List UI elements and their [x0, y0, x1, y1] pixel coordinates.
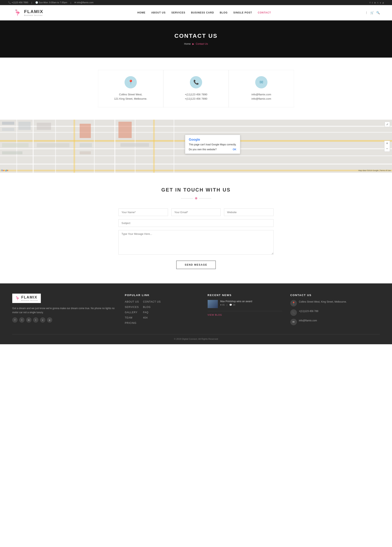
breadcrumb-home[interactable]: Home	[184, 42, 191, 45]
contact-card-email: ✉ info@flamix.com info@flamix.com	[229, 70, 294, 107]
nav-business-card[interactable]: BUSINESS CARD	[191, 11, 214, 14]
news-comments: 💬 34	[229, 304, 235, 306]
footer-link-faq[interactable]: FAQ	[143, 311, 148, 314]
footer-social-links: f t in t v p	[12, 317, 117, 323]
send-button[interactable]: SEND MESAGE	[176, 260, 216, 269]
footer-twitter-icon[interactable]: t	[19, 317, 25, 323]
footer-logo-name: FLAMIX	[21, 295, 38, 300]
tumblr-icon[interactable]: t	[378, 1, 378, 4]
footer-phone-icon: 📞	[290, 309, 297, 316]
name-input[interactable]	[118, 208, 168, 216]
footer-link-services[interactable]: SERVICES	[125, 306, 139, 308]
news-thumb-image	[208, 300, 218, 308]
contact-cards: 📍 Collins Street West, 121 King Street, …	[16, 70, 376, 107]
view-blog-link[interactable]: VIEW BLOG	[208, 314, 222, 316]
top-hours: 🕐 Sun-Mon: 9.00am to 7.00pm	[35, 1, 67, 4]
footer-link-contact[interactable]: CONTACT US	[143, 300, 161, 303]
footer-linkedin-icon[interactable]: in	[26, 317, 31, 323]
menu-dots-icon[interactable]: ⋮	[365, 11, 368, 14]
svg-rect-5	[0, 164, 392, 164]
svg-rect-14	[153, 120, 155, 173]
map-error-dialog: Google This page can't load Google Maps …	[185, 135, 240, 154]
footer-link-404[interactable]: 404	[143, 316, 148, 319]
message-textarea[interactable]	[118, 230, 274, 255]
linkedin-icon[interactable]: in	[374, 1, 376, 4]
divider-line-left	[181, 198, 193, 198]
subject-input[interactable]	[118, 219, 274, 227]
nav-contact[interactable]: CONTACT	[258, 11, 271, 14]
email-link-1[interactable]: info@flamix.com	[252, 93, 271, 96]
footer-popular-links-col: POPULAR LINK ABOUT US SERVICES GALLERY T…	[125, 294, 199, 328]
email-link-2[interactable]: info@flamix.com	[252, 97, 271, 100]
phone-icon: 📞	[190, 76, 202, 89]
news-content: Max Printshop wins an award ♥ 45 | 💬 34	[220, 300, 252, 306]
footer-link-gallery[interactable]: GALLERY	[125, 311, 138, 314]
top-separator2: |	[70, 1, 71, 4]
nav-about[interactable]: ABOUT US	[151, 11, 166, 14]
footer-link-about[interactable]: ABOUT US	[125, 300, 139, 303]
map-zoom-in[interactable]: +	[385, 141, 390, 146]
breadcrumb-separator: ▶	[192, 42, 194, 45]
flamingo-icon: 🦩	[14, 9, 21, 16]
website-input[interactable]	[224, 208, 274, 216]
facebook-icon[interactable]: f	[370, 1, 370, 4]
footer-pinterest-icon[interactable]: p	[47, 317, 52, 323]
svg-rect-24	[80, 143, 92, 147]
footer-email-icon: ✉	[290, 319, 297, 325]
contact-card-address: 📍 Collins Street West, 121 King Street, …	[98, 70, 163, 107]
twitter-icon[interactable]: t	[372, 1, 373, 4]
news-title: Max Printshop wins an award	[220, 300, 252, 303]
nav-home[interactable]: HOME	[138, 11, 145, 14]
nav-services[interactable]: SERVICES	[171, 11, 185, 14]
map-zoom-out[interactable]: −	[385, 146, 390, 151]
svg-rect-21	[118, 122, 132, 138]
pinterest-icon[interactable]: p	[383, 1, 384, 4]
cart-icon[interactable]: 🛒	[370, 11, 374, 14]
svg-rect-1	[0, 132, 392, 133]
divider-line-right	[199, 198, 211, 198]
hero-section: CONTACT US Home ▶ Contact Us	[0, 21, 392, 58]
top-bar-social: f t in t v p	[370, 1, 384, 4]
footer-copyright: © 2019 Digital Connect. All Rights Reser…	[12, 334, 380, 340]
footer-logo: 🦩 FLAMIX Business Services	[12, 294, 41, 303]
nav-blog[interactable]: BLOG	[220, 11, 228, 14]
footer-facebook-icon[interactable]: f	[12, 317, 18, 323]
footer-email-text: info@flamix.com	[299, 319, 317, 323]
svg-rect-15	[173, 120, 174, 173]
footer-address-text: Collins Street West, King Street, Melbou…	[299, 300, 347, 304]
footer-phone-text: +(11)123 456 789	[299, 309, 318, 313]
map-expand-button[interactable]: ⤢	[385, 122, 390, 127]
search-icon[interactable]: 🔍	[376, 11, 380, 14]
map-dialog-message: This page can't load Google Maps correct…	[189, 143, 236, 146]
contact-email: info@flamix.com info@flamix.com	[233, 93, 290, 101]
map-ok-button[interactable]: OK	[233, 148, 236, 151]
footer-about-text: Got a dream and we just know we're gonna…	[12, 306, 117, 315]
footer-location-icon: 📍	[290, 300, 297, 307]
main-nav: HOME ABOUT US SERVICES BUSINESS CARD BLO…	[138, 11, 271, 14]
breadcrumb: Home ▶ Contact Us	[4, 42, 388, 45]
contact-form: SEND MESAGE	[118, 208, 274, 269]
footer-link-team[interactable]: TEAM	[125, 316, 132, 319]
footer-vimeo-icon[interactable]: v	[40, 317, 45, 323]
top-email: ✉ info@flamix.com	[74, 1, 94, 4]
nav-single-post[interactable]: SINGLE POST	[233, 11, 252, 14]
footer-tumblr-icon[interactable]: t	[33, 317, 38, 323]
svg-rect-0	[0, 126, 392, 127]
top-separator: |	[31, 1, 32, 4]
footer-link-blog[interactable]: BLOG	[143, 306, 151, 308]
email-input[interactable]	[171, 208, 221, 216]
footer-link-pricing[interactable]: PRICING	[125, 321, 136, 324]
footer-logo-subtitle: Business Services	[21, 300, 38, 301]
top-bar-left: 📞 +(1)23 456 7890 | 🕐 Sun-Mon: 9.00am to…	[8, 1, 94, 4]
location-icon: 📍	[124, 76, 137, 89]
contact-phone: +(11)123 456 7890 +(11)123 456 7890	[168, 93, 224, 101]
map-section: Google This page can't load Google Maps …	[0, 120, 392, 173]
footer-grid: 🦩 FLAMIX Business Services Got a dream a…	[12, 294, 380, 328]
email-icon: ✉	[255, 76, 268, 89]
footer-flamingo-icon: 🦩	[15, 296, 20, 301]
logo-subtitle: Business Services	[24, 14, 43, 16]
footer-recent-news-col: RECENT NEWS Max Printshop wins an award …	[208, 294, 282, 328]
svg-rect-27	[80, 151, 91, 154]
contact-address: Collins Street West, 121 King Street, Me…	[102, 93, 159, 101]
vimeo-icon[interactable]: v	[380, 1, 381, 4]
